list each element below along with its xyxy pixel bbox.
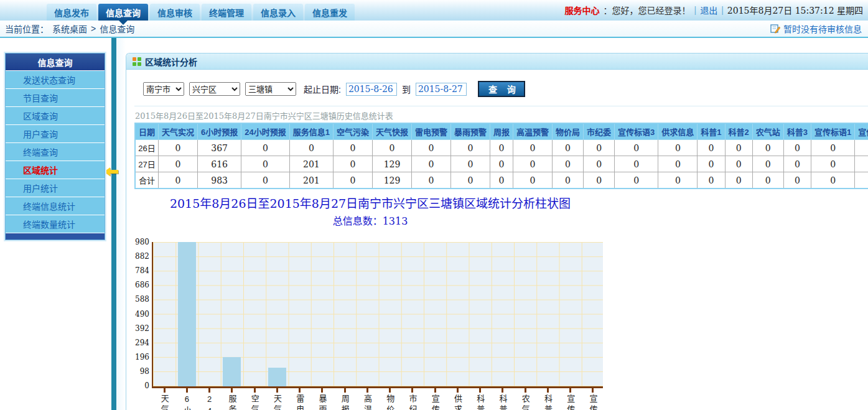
chart-x-column: 宣传标语1 — [559, 388, 582, 410]
nav-tab-3[interactable]: 终端管理 — [202, 4, 251, 21]
chart-x-column: 农气站 — [514, 388, 536, 410]
chart-x-tick — [254, 388, 256, 393]
table-cell: 201 — [289, 172, 333, 189]
main-area: 区域统计分析 南宁市 兴宁区 三塘镇 起止日期: 到 查 询 2015年8月26… — [126, 53, 868, 410]
chart-x-label: 暴雨预警 — [318, 394, 326, 410]
chart-x-label: 市纪委 — [408, 394, 416, 410]
chart-x-label: 物价局 — [386, 394, 394, 410]
table-cell: 0 — [451, 156, 490, 172]
table-cell: 0 — [451, 172, 490, 189]
date-range-label: 起止日期: — [304, 83, 341, 95]
chart-x-tick — [547, 388, 549, 393]
sidebar-item-5[interactable]: 区域统计 — [6, 161, 105, 179]
city-select[interactable]: 南宁市 — [143, 82, 184, 96]
chart-x-column: 物价局 — [379, 388, 401, 410]
table-header-cell: 宣传标语3 — [615, 123, 658, 140]
table-cell: 983 — [198, 172, 241, 189]
table-cell: 0 — [333, 156, 372, 172]
district-select[interactable]: 兴宁区 — [189, 82, 240, 96]
table-cell: 0 — [513, 156, 553, 172]
content-area: 信息查询 发送状态查询节目查询区域查询用户查询终端查询区域统计用户统计终端信息统… — [0, 38, 868, 410]
sidebar-item-7[interactable]: 终端信息统计 — [6, 197, 105, 215]
table-header-cell: 市纪委 — [584, 123, 615, 140]
chart-x-label: 宣传标语1 — [566, 394, 574, 410]
breadcrumb-root[interactable]: 系统桌面 — [52, 22, 87, 35]
chart-x-tick — [502, 388, 503, 393]
chart-x-tick — [231, 388, 233, 393]
table-row: 合计098302010129000000000000001313 — [135, 172, 868, 189]
chart-bar-6小时预报 — [178, 242, 196, 386]
chart-x-column: 宣传标语2 — [582, 388, 604, 410]
nav-tab-2[interactable]: 信息审核 — [150, 4, 200, 21]
table-cell: 0 — [490, 156, 513, 172]
chart-y-tick: 294 — [135, 338, 149, 347]
table-cell: 0 — [752, 156, 783, 172]
sidebar-item-8[interactable]: 终端数量统计 — [6, 215, 105, 233]
nav-tab-1[interactable]: 信息查询 — [98, 4, 148, 21]
chart-y-tick: 882 — [135, 252, 149, 261]
chart-x-label: 高温预警 — [363, 394, 371, 410]
chart-x-label: 天气实况 — [161, 394, 169, 410]
table-cell: 0 — [490, 172, 513, 189]
table-cell: 26日 — [135, 140, 159, 156]
chart-x-tick — [592, 388, 594, 393]
chart-x-column: 周报 — [334, 388, 356, 410]
chart-y-tick: 784 — [135, 266, 149, 275]
table-header-cell: 空气污染 — [333, 123, 372, 140]
sidebar-item-2[interactable]: 区域查询 — [6, 106, 105, 124]
table-cell: 0 — [584, 140, 615, 156]
chart-x-tick — [208, 388, 210, 393]
chart-y-tick: 0 — [144, 381, 149, 390]
chart-plot-area — [152, 242, 603, 388]
stats-table: 日期天气实况6小时预报24小时预报服务信息1空气污染天气快报雷电预警暴雨预警周报… — [134, 123, 868, 189]
chart-x-column: 天气快报 — [266, 388, 288, 410]
sidebar-item-1[interactable]: 节目查询 — [6, 88, 105, 106]
sidebar-item-6[interactable]: 用户统计 — [6, 179, 105, 197]
logout-link[interactable]: 退出 — [700, 4, 717, 16]
table-cell: 0 — [553, 156, 584, 172]
breadcrumb: 当前位置： 系统桌面 > 信息查询 — [5, 22, 134, 35]
sidebar-item-4[interactable]: 终端查询 — [6, 142, 105, 161]
table-cell: 0 — [412, 156, 451, 172]
table-header-cell: 宣传标语1 — [811, 123, 855, 140]
sidebar-item-0[interactable]: 发送状态查询 — [6, 70, 105, 88]
chart-y-axis: 098196294392490588686784882980 — [134, 240, 152, 388]
search-button[interactable]: 查 询 — [478, 81, 525, 97]
date-to-input[interactable] — [416, 83, 467, 96]
chart-x-column: 天气实况 — [153, 388, 175, 410]
date-from-input[interactable] — [346, 83, 397, 96]
nav-tab-0[interactable]: 信息发布 — [47, 4, 96, 21]
sidebar-footer — [6, 233, 105, 240]
chart-x-tick — [525, 388, 526, 393]
table-cell: 129 — [372, 156, 411, 172]
sidebar-item-3[interactable]: 用户查询 — [6, 124, 105, 142]
chart-x-label: 天气快报 — [273, 394, 281, 410]
chart-bar-天气快报 — [268, 368, 286, 386]
review-notice[interactable]: 暂时没有待审核信息 — [770, 22, 862, 35]
table-cell: 0 — [811, 156, 855, 172]
chart-x-label: 宣传标语2 — [589, 394, 597, 410]
chart-x-column: 服务信息1 — [221, 388, 243, 410]
nav-tab-4[interactable]: 信息录入 — [253, 4, 303, 21]
nav-tabs: 信息发布信息查询信息审核终端管理信息录入信息重发 — [47, 4, 355, 21]
chart-y-tick: 392 — [135, 324, 149, 333]
nav-tab-5[interactable]: 信息重发 — [305, 4, 355, 21]
table-header-cell: 雷电预警 — [412, 123, 451, 140]
town-select[interactable]: 三塘镇 — [245, 82, 296, 96]
panel-title: 区域统计分析 — [145, 55, 197, 68]
chart-x-tick — [186, 388, 188, 393]
table-cell: 0 — [615, 172, 658, 189]
sidebar-collapse-arrow[interactable] — [104, 167, 118, 176]
chart-x-label: 服务信息1 — [228, 394, 236, 410]
table-cell: 0 — [241, 140, 289, 156]
table-cell: 0 — [783, 156, 811, 172]
table-header-cell: 科普2 — [725, 123, 752, 140]
chart-x-label: 6小时预报 — [183, 394, 191, 410]
top-nav-bar: 信息发布信息查询信息审核终端管理信息录入信息重发 服务中心：您好，您已经登录！ … — [0, 0, 868, 21]
table-cell: 0 — [783, 140, 811, 156]
chart-x-tick — [434, 388, 436, 393]
table-row: 26日0367000000000000000000367 — [135, 140, 868, 156]
chart-y-tick: 490 — [135, 310, 149, 319]
chart-x-column: 科普1 — [469, 388, 492, 410]
chart-x-column: 科普2 — [492, 388, 514, 410]
